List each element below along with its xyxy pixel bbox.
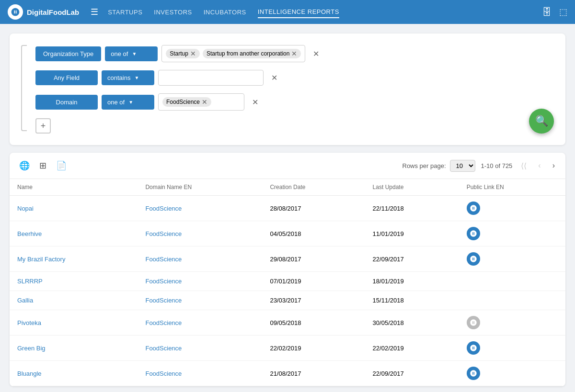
filter-operator-org-type[interactable]: one of ▼ [105, 46, 158, 61]
cell-domain: FoodScience [138, 272, 262, 291]
main-nav: STARTUPS INVESTORS INCUBATORS INTELLIGEN… [108, 6, 542, 18]
filter-row-domain: Domain one of ▼ FoodScience ✕ ✕ [35, 93, 554, 111]
tag-close-startup[interactable]: ✕ [190, 50, 196, 57]
tag-close-foodscience[interactable]: ✕ [202, 99, 207, 105]
public-link-icon[interactable] [467, 202, 480, 215]
startup-name-link[interactable]: My Brazil Factory [17, 256, 65, 263]
domain-link[interactable]: FoodScience [145, 205, 182, 212]
startup-name-link[interactable]: Gallia [17, 297, 33, 304]
globe-icon: 🌐 [19, 161, 30, 170]
cell-public-link [459, 246, 565, 272]
cell-creation-date: 22/02/2019 [262, 336, 365, 361]
first-page-button[interactable]: ⟨⟨ [518, 159, 529, 172]
domain-link[interactable]: FoodScience [145, 256, 182, 263]
logo-text: DigitalFoodLab [27, 8, 79, 16]
rows-per-page: Rows per page: 10 25 50 [402, 160, 475, 172]
cell-name: Beerhive [10, 221, 138, 246]
startup-name-link[interactable]: Beerhive [17, 230, 42, 237]
clear-filter-org-type[interactable]: ✕ [309, 47, 322, 60]
public-link-icon[interactable] [467, 367, 480, 380]
export-button[interactable]: 📄 [54, 158, 69, 173]
database-icon[interactable]: 🗄 [542, 7, 552, 18]
cell-last-update: 22/09/2017 [365, 361, 459, 386]
add-filter-button[interactable]: + [35, 118, 51, 134]
cell-name: Nopai [10, 196, 138, 221]
filter-operator-any-field[interactable]: contains ▼ [102, 70, 154, 85]
table-row: SLRRRPFoodScience07/01/201918/01/2019 [10, 272, 565, 291]
search-button[interactable]: 🔍 [529, 109, 554, 134]
startup-name-link[interactable]: SLRRRP [17, 278, 43, 285]
public-link-icon[interactable] [467, 252, 480, 266]
domain-link[interactable]: FoodScience [145, 319, 182, 326]
any-field-input[interactable] [158, 70, 264, 86]
cell-creation-date: 21/08/2017 [262, 361, 365, 386]
rows-per-page-select[interactable]: 10 25 50 [450, 160, 475, 172]
results-panel: 🌐 ⊞ 📄 Rows per page: 10 25 50 1-10 of 72… [10, 153, 565, 386]
cell-creation-date: 09/05/2018 [262, 310, 365, 336]
filter-tags-org-type[interactable]: Startup ✕ Startup from another corporati… [161, 45, 305, 62]
col-name: Name [10, 179, 138, 196]
filter-row-any-field: Any Field contains ▼ ✕ [35, 70, 554, 86]
cell-last-update: 30/05/2018 [365, 310, 459, 336]
cell-creation-date: 04/05/2018 [262, 221, 365, 246]
filter-operator-domain[interactable]: one of ▼ [102, 95, 154, 110]
domain-link[interactable]: FoodScience [145, 278, 182, 285]
cell-domain: FoodScience [138, 246, 262, 272]
public-link-icon[interactable] [467, 316, 480, 329]
filter-rows-container: Organization Type one of ▼ Startup ✕ Sta… [35, 45, 554, 111]
search-icon: 🔍 [535, 115, 548, 127]
prev-page-button[interactable]: ‹ [535, 159, 543, 172]
tag-startup-corp: Startup from another corporation ✕ [203, 49, 301, 58]
startup-name-link[interactable]: Pivoteka [17, 319, 41, 326]
filter-tags-domain[interactable]: FoodScience ✕ [158, 93, 244, 111]
nav-investors[interactable]: INVESTORS [154, 7, 192, 18]
logout-icon[interactable]: ⬚ [559, 7, 567, 17]
results-table: Name Domain Name EN Creation Date Last U… [10, 179, 565, 386]
cell-last-update: 22/11/2018 [365, 196, 459, 221]
filter-label-org-type[interactable]: Organization Type [35, 46, 101, 61]
col-domain: Domain Name EN [138, 179, 262, 196]
cell-domain: FoodScience [138, 310, 262, 336]
cell-name: Bluangle [10, 361, 138, 386]
cell-public-link [459, 361, 565, 386]
clear-filter-any-field[interactable]: ✕ [267, 71, 281, 85]
file-icon: 📄 [56, 161, 67, 170]
filter-label-domain[interactable]: Domain [35, 95, 98, 110]
cell-last-update: 15/11/2018 [365, 291, 459, 310]
startup-name-link[interactable]: Green Big [17, 345, 46, 352]
header: DigitalFoodLab ☰ STARTUPS INVESTORS INCU… [0, 0, 575, 24]
nav-intelligence-reports[interactable]: INTELLIGENCE REPORTS [258, 6, 339, 18]
cell-last-update: 22/02/2019 [365, 336, 459, 361]
logo[interactable]: DigitalFoodLab [8, 4, 79, 20]
nav-startups[interactable]: STARTUPS [108, 7, 142, 18]
cell-last-update: 11/01/2019 [365, 221, 459, 246]
cell-public-link [459, 336, 565, 361]
public-link-icon[interactable] [467, 227, 480, 240]
header-right: 🗄 ⬚ [542, 7, 567, 18]
globe-view-button[interactable]: 🌐 [17, 158, 32, 173]
public-link-icon[interactable] [467, 341, 480, 355]
next-page-button[interactable]: › [550, 159, 558, 172]
cell-last-update: 18/01/2019 [365, 272, 459, 291]
nav-incubators[interactable]: INCUBATORS [204, 7, 246, 18]
cell-name: Gallia [10, 291, 138, 310]
filter-panel: Organization Type one of ▼ Startup ✕ Sta… [10, 34, 565, 145]
startup-name-link[interactable]: Bluangle [17, 370, 42, 377]
hamburger-menu[interactable]: ☰ [91, 7, 98, 17]
cell-public-link [459, 272, 565, 291]
tag-startup: Startup ✕ [166, 49, 200, 58]
tag-close-startup-corp[interactable]: ✕ [291, 50, 297, 57]
cell-creation-date: 23/03/2017 [262, 291, 365, 310]
cell-public-link [459, 196, 565, 221]
startup-name-link[interactable]: Nopai [17, 205, 34, 212]
dropdown-arrow-icon: ▼ [132, 51, 137, 56]
table-row: My Brazil FactoryFoodScience29/08/201722… [10, 246, 565, 272]
grid-view-button[interactable]: ⊞ [37, 158, 48, 173]
clear-filter-domain[interactable]: ✕ [248, 95, 262, 109]
domain-link[interactable]: FoodScience [145, 297, 182, 304]
domain-link[interactable]: FoodScience [145, 345, 182, 352]
filter-label-any-field[interactable]: Any Field [35, 70, 98, 85]
cell-domain: FoodScience [138, 361, 262, 386]
domain-link[interactable]: FoodScience [145, 370, 182, 377]
domain-link[interactable]: FoodScience [145, 230, 182, 237]
